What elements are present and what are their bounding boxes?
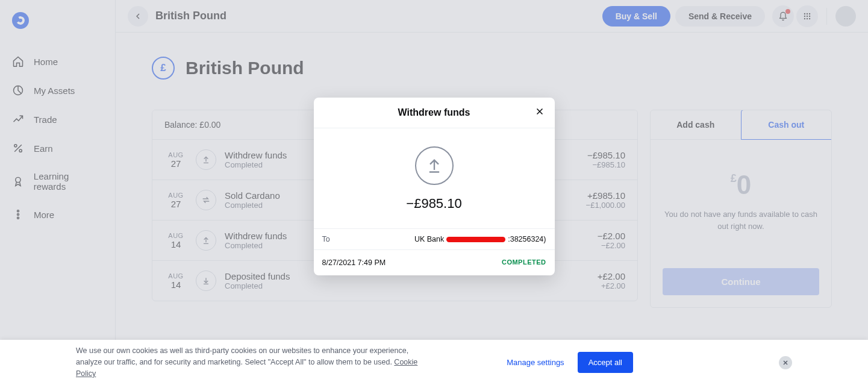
cookie-close-button[interactable] [779, 356, 792, 369]
transaction-detail-modal: Withdrew funds −£985.10 To UK Bank :3825… [314, 98, 555, 275]
modal-amount: −£985.10 [314, 196, 555, 211]
modal-overlay[interactable]: Withdrew funds −£985.10 To UK Bank :3825… [0, 0, 868, 385]
modal-status: COMPLETED [502, 258, 546, 267]
close-icon [782, 359, 789, 366]
redacted-icon [446, 237, 505, 242]
modal-title: Withdrew funds [398, 107, 470, 118]
withdraw-large-icon [415, 146, 454, 185]
cookie-text: We use our own cookies as well as third-… [76, 345, 425, 379]
close-icon [534, 106, 545, 117]
accept-all-button[interactable]: Accept all [578, 352, 633, 373]
modal-close-button[interactable] [534, 106, 545, 119]
manage-settings-link[interactable]: Manage settings [507, 358, 564, 367]
modal-to-label: To [322, 235, 330, 243]
modal-datetime: 8/27/2021 7:49 PM [322, 258, 386, 267]
modal-to-value: UK Bank :38256324) [414, 235, 546, 243]
cookie-banner: We use our own cookies as well as third-… [0, 340, 868, 385]
